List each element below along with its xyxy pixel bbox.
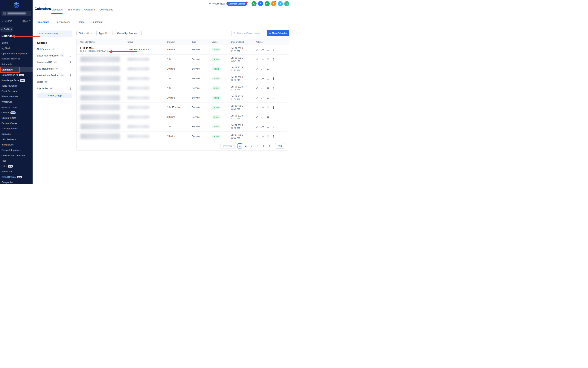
- sidebar-item-brand-boards[interactable]: Brand BoardsNew: [0, 174, 33, 180]
- tab-connections[interactable]: Connections: [100, 8, 113, 14]
- share-icon[interactable]: [261, 87, 264, 89]
- help-icon[interactable]: ?: [278, 1, 283, 6]
- edit-icon[interactable]: [256, 48, 258, 51]
- group-kebab-icon[interactable]: ⋮: [69, 87, 72, 90]
- calendar-name-cell[interactable]: [76, 124, 124, 129]
- group-kebab-icon[interactable]: ⋮: [69, 74, 72, 77]
- all-calendars-filter[interactable]: All Calendars (55): [37, 30, 72, 37]
- share-icon[interactable]: [261, 96, 264, 99]
- sidebar-item-calendars[interactable]: Calendars: [0, 67, 33, 72]
- subtab-equipment[interactable]: Equipment: [91, 19, 103, 26]
- edit-icon[interactable]: [256, 125, 258, 128]
- group-item-aesthetician-services[interactable]: Aesthetician Services09⋮: [37, 72, 72, 79]
- share-icon[interactable]: [261, 116, 264, 118]
- page-button-5[interactable]: 5: [261, 143, 266, 148]
- calendar-name-cell[interactable]: LHR 45 MinsId: 1mlLeKh5Qd1mXOQ7KyaB: [76, 47, 124, 52]
- sidebar-item-knowledge-base[interactable]: Knowledge BaseNew: [0, 78, 33, 83]
- bell-icon[interactable]: [271, 1, 276, 6]
- owned-by-filter-dropdown[interactable]: Owned by: Anyone ▾: [115, 30, 142, 36]
- share-icon[interactable]: [261, 125, 264, 128]
- ai-sparkle-icon[interactable]: [29, 19, 31, 22]
- sidebar-item-billing[interactable]: Billing: [0, 40, 33, 46]
- edit-icon[interactable]: [256, 106, 258, 109]
- subtab-rooms[interactable]: Rooms: [76, 19, 85, 26]
- calendar-name-cell[interactable]: [76, 85, 124, 91]
- scissors-icon[interactable]: [267, 87, 269, 89]
- new-group-button[interactable]: + New Group: [37, 93, 72, 98]
- row-menu-icon[interactable]: ⋮: [272, 96, 275, 99]
- row-menu-icon[interactable]: ⋮: [272, 67, 275, 70]
- share-icon[interactable]: [261, 77, 264, 80]
- group-item-injectables[interactable]: Injectables08⋮: [37, 85, 72, 92]
- next-page-button[interactable]: Next: [275, 143, 285, 149]
- calendar-name-cell[interactable]: [76, 66, 124, 72]
- scissors-icon[interactable]: [267, 96, 269, 99]
- sidebar-item-integrations[interactable]: Integrations: [0, 142, 33, 147]
- share-icon[interactable]: [261, 48, 264, 51]
- calendar-name-cell[interactable]: [76, 56, 124, 62]
- sidebar-item-objects[interactable]: ObjectsNew: [0, 110, 33, 115]
- edit-icon[interactable]: [256, 58, 258, 61]
- share-icon[interactable]: [261, 67, 264, 70]
- row-menu-icon[interactable]: ⋮: [272, 58, 275, 61]
- row-menu-icon[interactable]: ⋮: [272, 116, 275, 118]
- row-menu-icon[interactable]: ⋮: [272, 77, 275, 80]
- account-switcher[interactable]: [1, 11, 31, 16]
- plane-icon[interactable]: [258, 1, 263, 6]
- scissors-icon[interactable]: [267, 106, 269, 109]
- sidebar-item-labs[interactable]: LabsNew: [0, 164, 33, 169]
- edit-icon[interactable]: [256, 96, 258, 99]
- group-kebab-icon[interactable]: ⋮: [69, 80, 72, 83]
- sidebar-item-whatsapp[interactable]: WhatsApp: [0, 99, 33, 105]
- scissors-icon[interactable]: [267, 67, 269, 70]
- go-back-button[interactable]: ← Go Back: [0, 27, 13, 32]
- share-icon[interactable]: [261, 135, 264, 138]
- share-icon[interactable]: [261, 58, 264, 61]
- sidebar-item-email-services[interactable]: Email Services: [0, 88, 33, 94]
- calendar-name-cell[interactable]: [76, 134, 124, 139]
- sidebar-item-url-redirects[interactable]: URL Redirects: [0, 137, 33, 142]
- group-item-butt-treatments[interactable]: Butt Treatments03⋮: [37, 65, 72, 72]
- group-item-other[interactable]: Other06⋮: [37, 79, 72, 85]
- new-calendar-button[interactable]: + New Calendar: [267, 30, 289, 36]
- row-menu-icon[interactable]: ⋮: [272, 87, 275, 90]
- edit-icon[interactable]: [256, 87, 258, 89]
- page-button-4[interactable]: 4: [255, 143, 260, 148]
- sidebar-item-conversation-providers[interactable]: Conversation Providers: [0, 153, 33, 158]
- calendar-updates-badge[interactable]: Calendar Updates: [227, 2, 247, 6]
- calendar-search-input[interactable]: [237, 32, 262, 35]
- sidebar-item-companies[interactable]: Companies: [0, 180, 33, 184]
- sidebar-item-voice-ai-agents[interactable]: Voice AI Agents: [0, 83, 33, 89]
- subtab-calendars[interactable]: Calendars: [37, 19, 50, 26]
- group-item-lasers-and-rf[interactable]: Lasers and RF09⋮: [37, 59, 72, 65]
- share-icon[interactable]: [261, 106, 264, 109]
- group-kebab-icon[interactable]: ⋮: [69, 61, 72, 64]
- scissors-icon[interactable]: [267, 116, 269, 118]
- type-filter-dropdown[interactable]: Type: All ▾: [96, 30, 113, 36]
- edit-icon[interactable]: [256, 116, 258, 118]
- calendar-name-cell[interactable]: [76, 95, 124, 101]
- calendar-name-cell[interactable]: [76, 76, 124, 81]
- page-button-2[interactable]: 2: [243, 143, 248, 148]
- page-button-6[interactable]: 6: [267, 143, 272, 148]
- tab-preferences[interactable]: Preferences: [67, 8, 80, 14]
- scissors-icon[interactable]: [267, 125, 269, 128]
- sidebar-item-manage-scoring[interactable]: Manage Scoring: [0, 126, 33, 131]
- group-kebab-icon[interactable]: ⋮: [69, 67, 72, 70]
- sidebar-item-tags[interactable]: Tags: [0, 158, 33, 164]
- calendar-name-cell[interactable]: [76, 114, 124, 120]
- group-item-laser-hair-reduction[interactable]: Laser Hair Reduction05⋮: [37, 52, 72, 59]
- sidebar-item-automation[interactable]: Automation: [0, 62, 33, 67]
- user-avatar[interactable]: TC: [284, 1, 289, 6]
- sidebar-item-opportunities-pipelines[interactable]: Opportunities & Pipelines: [0, 51, 33, 56]
- copy-id-icon[interactable]: [107, 50, 109, 52]
- scissors-icon[interactable]: [267, 135, 269, 138]
- tab-availability[interactable]: Availability: [84, 8, 95, 14]
- sidebar-item-domains[interactable]: Domains: [0, 131, 33, 137]
- edit-icon[interactable]: [256, 77, 258, 80]
- page-button-1[interactable]: 1: [237, 143, 242, 148]
- sidebar-item-conversation-ai[interactable]: Conversation AINew: [0, 72, 33, 78]
- scissors-icon[interactable]: [267, 48, 269, 51]
- sidebar-item-custom-values[interactable]: Custom Values: [0, 121, 33, 126]
- whats-new-link[interactable]: What's New: [209, 2, 225, 5]
